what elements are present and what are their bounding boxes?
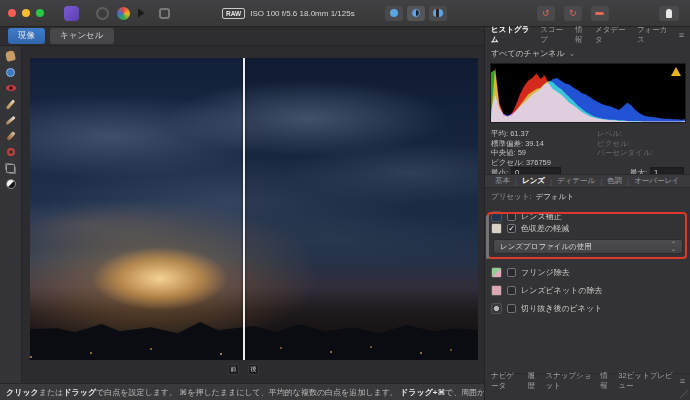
single-view-button[interactable]	[385, 6, 403, 21]
tab-detail[interactable]: ディテール	[557, 176, 595, 186]
resize-grip[interactable]	[680, 390, 688, 398]
preset-value: デフォルト	[535, 192, 573, 201]
zoom-window-button[interactable]	[36, 9, 44, 17]
zoom-tool[interactable]	[3, 66, 19, 78]
studio-tabs: ヒストグラム スコープ 情報 メタデータ フォーカス ≡	[485, 27, 690, 42]
status-bar: クリックまたはドラッグで白点を設定します。 ⌘を押したままにして、平均的な複数の…	[0, 383, 484, 400]
minimize-window-button[interactable]	[22, 9, 30, 17]
export-persona-icon[interactable]	[159, 8, 170, 19]
document-canvas[interactable]: 前 後	[22, 46, 484, 383]
cancel-button[interactable]: キャンセル	[50, 28, 114, 44]
assistant-lamp-icon	[666, 9, 672, 18]
close-window-button[interactable]	[8, 9, 16, 17]
split-view-button[interactable]	[407, 6, 425, 21]
photo-persona-icon[interactable]	[96, 7, 109, 20]
tools-sidebar	[0, 46, 22, 383]
overlay-erase-tool[interactable]	[3, 114, 19, 126]
split-view-icon	[412, 9, 420, 17]
overlay-gradient-tool[interactable]	[3, 130, 19, 142]
post-crop-vignette-checkbox[interactable]	[507, 304, 516, 313]
crop-tool[interactable]	[3, 162, 19, 174]
exif-info: ISO 100 f/5.6 18.0mm 1/125s	[250, 9, 355, 18]
rotate-right-icon: ↻	[569, 8, 577, 18]
tab-lens[interactable]: レンズ	[522, 176, 545, 186]
histogram-stats-left: 平均: 61.37 標準偏差: 39.14 中央値: 59 ピクセル: 3767…	[491, 129, 551, 167]
assistant-button[interactable]	[659, 6, 679, 21]
red-eye-removal-tool[interactable]	[3, 82, 19, 94]
lens-correction-thumb-icon	[491, 211, 502, 222]
develop-button[interactable]: 現像	[8, 28, 45, 44]
tab-metadata[interactable]: メタデータ	[595, 25, 631, 45]
status-text: クリックまたはドラッグで白点を設定します。 ⌘を押したままにして、平均的な複数の…	[6, 387, 484, 398]
lens-profile-dropdown[interactable]: レンズプロファイルの使用 ⌃⌄	[493, 239, 683, 254]
tab-navigator[interactable]: ナビゲータ	[491, 371, 521, 391]
split-after-chip[interactable]: 後	[248, 364, 259, 375]
defringe-row[interactable]: フリンジ除去	[491, 265, 685, 279]
histogram-stats-right: レベル: ピクセル: パーセンタイル:	[597, 129, 653, 158]
clip-warning-icon	[595, 12, 604, 15]
tab-overlay[interactable]: オーバーレイ	[634, 176, 680, 186]
mirror-view-button[interactable]	[429, 6, 447, 21]
bottom-panel-menu-icon[interactable]: ≡	[680, 376, 685, 386]
tone-mapping-persona-icon[interactable]	[138, 9, 151, 18]
blemish-ring-icon	[7, 148, 15, 156]
after-pane-overlay	[243, 58, 478, 360]
chromatic-aberration-row[interactable]: ✓ 色収差の軽減	[491, 221, 685, 235]
tab-tones[interactable]: 色調	[607, 176, 622, 186]
channel-selector-label: すべてのチャンネル	[491, 48, 565, 59]
updown-chevron-icon: ⌃⌄	[671, 242, 676, 252]
panel-scrollbar[interactable]	[486, 215, 489, 259]
develop-persona-icon[interactable]	[117, 7, 130, 20]
lens-correction-label: レンズ補正	[521, 211, 562, 222]
hand-icon	[5, 50, 16, 62]
blemish-removal-tool[interactable]	[3, 146, 19, 158]
tab-snapshot[interactable]: スナップショット	[545, 371, 594, 391]
tab-32bit-preview[interactable]: 32ビットプレビュー	[618, 371, 673, 391]
preset-row[interactable]: プリセット:デフォルト	[491, 192, 574, 202]
tab-info-bottom[interactable]: 情報	[600, 371, 612, 391]
panel-menu-icon[interactable]: ≡	[679, 30, 684, 40]
split-before-chip[interactable]: 前	[228, 364, 239, 375]
lens-profile-label: レンズプロファイルの使用	[500, 242, 592, 252]
tab-histogram[interactable]: ヒストグラム	[491, 25, 534, 45]
tab-scope[interactable]: スコープ	[540, 25, 569, 45]
overlay-paint-tool[interactable]	[3, 98, 19, 110]
develop-action-bar: 現像 キャンセル	[0, 27, 484, 46]
post-crop-vignette-label: 切り抜き後のビネット	[521, 303, 602, 314]
defringe-checkbox[interactable]	[507, 268, 516, 277]
mirror-view-icon	[433, 9, 443, 17]
tab-focus[interactable]: フォーカス	[637, 25, 673, 45]
chromatic-aberration-checkbox[interactable]: ✓	[507, 224, 516, 233]
post-crop-vignette-thumb-icon	[491, 303, 502, 314]
vignette-removal-thumb-icon	[491, 285, 502, 296]
split-view-divider[interactable]	[243, 58, 245, 360]
city-lights	[30, 356, 32, 358]
clip-warning-button[interactable]	[591, 6, 609, 21]
rotate-left-button[interactable]: ↺	[537, 6, 555, 21]
tab-info[interactable]: 情報	[575, 25, 589, 45]
white-balance-tool[interactable]	[3, 178, 19, 190]
view-tool[interactable]	[3, 50, 19, 62]
crop-icon	[6, 164, 15, 173]
channel-selector[interactable]: すべてのチャンネル ⌄	[491, 47, 685, 59]
defringe-thumb-icon	[491, 267, 502, 278]
photo-preview[interactable]	[30, 58, 478, 360]
vignette-removal-checkbox[interactable]	[507, 286, 516, 295]
rotate-right-button[interactable]: ↻	[564, 6, 582, 21]
magnifier-icon	[6, 68, 15, 77]
erase-brush-icon	[5, 115, 15, 124]
vignette-removal-row[interactable]: レンズビネットの除去	[491, 283, 685, 297]
red-eye-icon	[6, 85, 16, 91]
histogram-chart	[490, 63, 686, 123]
defringe-label: フリンジ除去	[521, 267, 570, 278]
tab-history[interactable]: 履歴	[527, 371, 539, 391]
app-icon	[64, 6, 79, 21]
post-crop-vignette-row[interactable]: 切り抜き後のビネット	[491, 301, 685, 315]
chevron-down-icon: ⌄	[569, 49, 576, 58]
tab-basic[interactable]: 基本	[495, 176, 510, 186]
raw-badge: RAW	[222, 8, 245, 19]
clipping-warning-icon[interactable]	[671, 67, 681, 76]
lens-correction-checkbox[interactable]	[507, 212, 516, 221]
chromatic-aberration-label: 色収差の軽減	[521, 223, 569, 234]
chromatic-aberration-thumb-icon	[491, 223, 502, 234]
